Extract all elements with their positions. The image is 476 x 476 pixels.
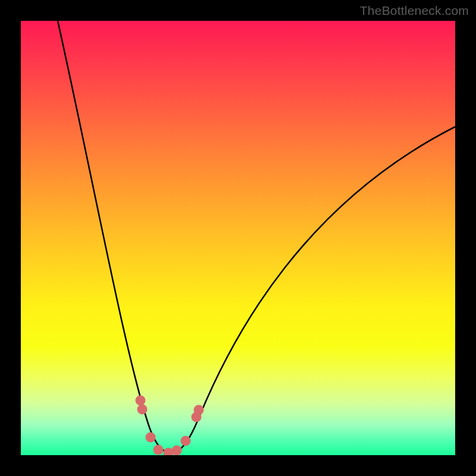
curve-marker xyxy=(181,436,191,446)
curve-marker xyxy=(136,396,146,406)
chart-frame: TheBottleneck.com xyxy=(0,0,476,476)
plot-area xyxy=(21,21,455,455)
watermark-text: TheBottleneck.com xyxy=(360,4,469,18)
curve-layer xyxy=(21,21,455,455)
curve-marker xyxy=(172,446,182,456)
curve-marker xyxy=(194,405,204,415)
curve-marker xyxy=(137,405,148,415)
curve-markers xyxy=(136,396,204,456)
curve-marker xyxy=(154,445,164,455)
curve-marker xyxy=(146,433,156,443)
bottleneck-curve xyxy=(58,21,455,453)
